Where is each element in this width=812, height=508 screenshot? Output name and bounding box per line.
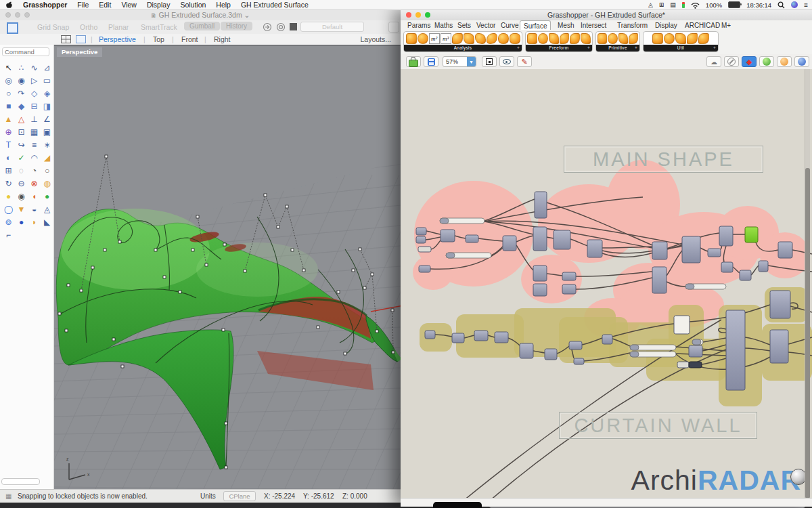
rhino-tool-icon-37[interactable]: ↻: [2, 177, 15, 190]
single-view-layout-icon[interactable]: [76, 35, 86, 43]
siri-icon[interactable]: [791, 1, 798, 8]
shell-component-icon[interactable]: [487, 33, 497, 44]
viewport-title-overlay[interactable]: Perspective: [57, 47, 102, 57]
grid-snap-toggle[interactable]: Grid Snap: [37, 23, 69, 31]
clock-component-icon[interactable]: [418, 33, 428, 44]
rhino-tool-icon-51[interactable]: ◗: [28, 215, 41, 228]
rhino-tool-icon-41[interactable]: ●: [2, 190, 15, 203]
rhino-tool-icon-47[interactable]: ◒: [28, 203, 41, 215]
flower-component-icon[interactable]: [675, 33, 686, 44]
rhino-tool-icon-21[interactable]: ⊕: [2, 125, 15, 138]
rhino-tool-icon-9[interactable]: ○: [2, 87, 15, 100]
snail-component-icon[interactable]: [687, 33, 698, 44]
claw-component-icon[interactable]: [452, 33, 463, 44]
preview-sketch-button[interactable]: ☁: [706, 56, 721, 67]
toolbar-overflow-button[interactable]: [388, 22, 399, 33]
menubar-status-icon-2[interactable]: ⊞: [659, 1, 664, 8]
rhino-tool-icon-40[interactable]: ◍: [41, 177, 53, 190]
rhino-tool-icon-3[interactable]: ∿: [28, 61, 41, 74]
rhino-tool-icon-2[interactable]: ∴: [15, 61, 28, 74]
menubar-item-solution[interactable]: Solution: [180, 1, 206, 9]
group-expand-icon[interactable]: +: [517, 45, 520, 51]
rhino-titlebar[interactable]: 🗎 GH Extruded Surface.3dm ⌄: [0, 9, 401, 21]
menubar-item-edit[interactable]: Edit: [99, 1, 111, 9]
rhino-tool-icon-7[interactable]: ▷: [28, 74, 41, 87]
record-history-icon[interactable]: [276, 22, 286, 32]
rhino-tool-icon-49[interactable]: ⊚: [2, 215, 15, 228]
rhino-tool-icon-48[interactable]: ◬: [41, 203, 53, 215]
planar-toggle[interactable]: Planar: [108, 23, 129, 31]
rhino-tool-icon-19[interactable]: ⊥: [28, 112, 41, 125]
preview-button[interactable]: [499, 56, 514, 67]
zoom-level-field[interactable]: 57% ▼: [443, 56, 476, 67]
rhino-tool-icon-24[interactable]: ▣: [41, 125, 53, 138]
cplane-dropdown[interactable]: CPlane: [223, 491, 256, 501]
rhino-tool-icon-10[interactable]: ↷: [15, 87, 28, 100]
tab-top[interactable]: Top: [153, 35, 164, 43]
rhino-tool-icon-6[interactable]: ◉: [15, 74, 28, 87]
cube-component-icon[interactable]: [406, 33, 417, 44]
rhino-tool-icon-18[interactable]: △: [15, 112, 28, 125]
sphere-component-icon[interactable]: [597, 33, 607, 44]
gh-menu-archicad[interactable]: ARCHICAD: [682, 21, 723, 30]
preview-gem-button[interactable]: ◆: [742, 56, 757, 67]
layouts-button[interactable]: Layouts...: [360, 35, 391, 43]
menubar-status-icon-1[interactable]: ◬: [648, 1, 653, 8]
rhino-tool-icon-20[interactable]: ∠: [41, 112, 53, 125]
preview-disable-button[interactable]: [724, 56, 739, 67]
rhino-tool-icon-26[interactable]: ↪: [15, 138, 28, 151]
group-label-util[interactable]: Util+: [644, 45, 718, 51]
group-label-analysis[interactable]: Analysis+: [404, 45, 522, 51]
group-expand-icon[interactable]: +: [587, 45, 590, 51]
menubar-item-help[interactable]: Help: [216, 1, 231, 9]
rhino-tool-icon-16[interactable]: ◨: [41, 100, 53, 112]
menubar-item-file[interactable]: File: [77, 1, 89, 9]
sail-component-icon[interactable]: [549, 33, 559, 44]
cap-component-icon[interactable]: [608, 33, 617, 44]
gh-menu-intersect[interactable]: Intersect: [578, 21, 609, 30]
ortho-toggle[interactable]: Ortho: [80, 23, 97, 31]
gh-menu-params[interactable]: Params: [405, 21, 433, 30]
canvas-scrollbar-thumb[interactable]: [805, 168, 810, 499]
wedge-component-icon[interactable]: [510, 33, 520, 44]
rhino-tool-icon-12[interactable]: ◈: [41, 87, 53, 100]
chevron-down-icon[interactable]: ▼: [467, 57, 476, 66]
lock-solver-button[interactable]: [406, 56, 421, 67]
rhino-tool-icon-53[interactable]: ⌐: [2, 228, 15, 241]
menubar-item-gh-extruded-surface[interactable]: GH Extruded Surface: [241, 1, 309, 9]
group-label-freeform[interactable]: Freeform+: [526, 45, 592, 51]
menubar-power-gadget-icon[interactable]: [682, 2, 685, 8]
rhino-tool-icon-31[interactable]: ◠: [28, 151, 41, 164]
main-shape-group-panel[interactable]: MAIN SHAPE: [564, 146, 763, 173]
command-input[interactable]: [2, 47, 49, 56]
m2-component-icon[interactable]: m²: [429, 33, 440, 44]
rhino-tool-icon-36[interactable]: ○: [41, 164, 53, 177]
tab-right[interactable]: Right: [214, 35, 231, 43]
pencil-component-icon[interactable]: [570, 33, 580, 44]
spotlight-icon[interactable]: [777, 1, 785, 9]
gh-menu-maths[interactable]: Maths: [432, 21, 455, 30]
grid1-component-icon[interactable]: [652, 33, 663, 44]
sidebar-scrollbar[interactable]: [1, 478, 40, 485]
display-color-swatch[interactable]: [290, 23, 297, 30]
horn-component-icon[interactable]: [464, 33, 474, 44]
net-component-icon[interactable]: [538, 33, 548, 44]
rhino-tool-icon-15[interactable]: ⊟: [28, 100, 41, 112]
group-expand-icon[interactable]: +: [635, 45, 637, 51]
display-mode-dropdown[interactable]: Default: [300, 22, 364, 32]
rhino-tool-icon-23[interactable]: ▦: [28, 125, 41, 138]
gh-menu-sets[interactable]: Sets: [455, 21, 474, 30]
menubar-status-icon-3[interactable]: ▤: [670, 1, 676, 8]
gh-menu-curve[interactable]: Curve: [498, 21, 522, 30]
rhino-tool-icon-11[interactable]: ◇: [28, 87, 41, 100]
rhino-tool-icon-29[interactable]: ◐: [2, 151, 15, 164]
notification-center-icon[interactable]: ≡: [804, 1, 808, 9]
sweep-component-icon[interactable]: [527, 33, 537, 44]
save-button[interactable]: [424, 56, 438, 67]
rhino-tool-icon-32[interactable]: ◢: [41, 151, 53, 164]
preview-green-button[interactable]: [759, 56, 774, 67]
drop-component-icon[interactable]: [498, 33, 509, 44]
gh-menu-transform[interactable]: Transform: [614, 21, 650, 30]
gh-menu-mesh[interactable]: Mesh: [555, 21, 577, 30]
gumball-button[interactable]: Gumball: [184, 22, 220, 30]
